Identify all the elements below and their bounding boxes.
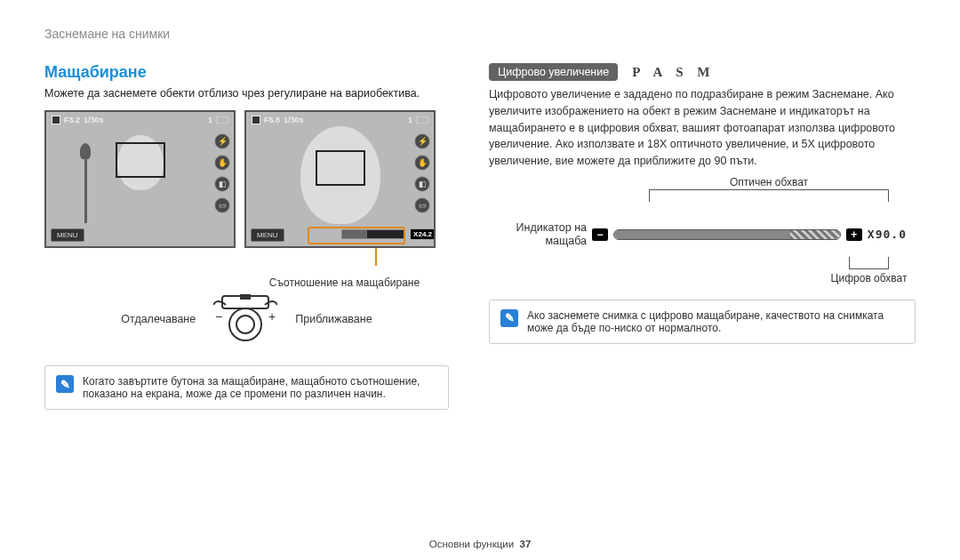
info-icon: ✎	[56, 375, 74, 393]
stab-icon: ✋	[214, 155, 230, 171]
zoom-highlight-box	[308, 227, 405, 244]
shot-count: 1	[208, 116, 212, 124]
note-box: ✎ Когато завъртите бутона за мащабиране,…	[44, 365, 449, 410]
zoom-intro: Можете да заснемете обекти отблизо чрез …	[44, 87, 449, 100]
mode2-icon: ◧	[214, 176, 230, 192]
mode-icon	[252, 116, 260, 124]
drive-icon: ▭	[414, 197, 430, 213]
menu-label: MENU	[51, 228, 84, 242]
flash-icon: ⚡	[214, 133, 230, 149]
svg-point-2	[229, 308, 261, 340]
svg-rect-1	[240, 294, 251, 300]
zoom-out-label: Отдалечаване	[121, 313, 196, 325]
camera-screen-tele: F5.8 1/30s 1 ⚡ ✋ ◧ ▭ MENU X24.2	[244, 110, 436, 248]
footer-page-number: 37	[520, 539, 532, 549]
footer-section: Основни функции	[429, 539, 514, 549]
camera-topbar: F3.2 1/30s 1	[52, 116, 228, 124]
zoom-scale-bar	[613, 229, 841, 240]
drive-icon: ▭	[214, 197, 230, 213]
shutter-value: 1/30s	[84, 116, 104, 124]
digital-zoom-pill: Цифрово увеличение	[489, 63, 618, 81]
aperture-value: F5.8	[264, 116, 280, 124]
zoom-heading: Мащабиране	[44, 63, 449, 82]
svg-point-3	[236, 316, 254, 333]
note-box: ✎ Ако заснемете снимка с цифрово мащабир…	[489, 300, 916, 344]
zoom-x-value: X90.0	[868, 228, 907, 241]
optical-range-label: Оптичен обхват	[730, 176, 808, 188]
stab-icon: ✋	[414, 155, 430, 171]
battery-icon	[216, 116, 228, 124]
aperture-value: F3.2	[64, 116, 80, 124]
plus-icon: +	[846, 228, 862, 241]
scale-indicator-label: Индикатор на мащаба	[498, 221, 587, 248]
menu-label: MENU	[251, 228, 284, 242]
left-column: Мащабиране Можете да заснемете обекти от…	[44, 63, 449, 410]
page-footer: Основни функции 37	[0, 539, 960, 549]
mode2-icon: ◧	[414, 176, 430, 192]
zoom-range-diagram: Оптичен обхват Индикатор на мащаба − + X…	[498, 189, 907, 269]
minus-icon: −	[592, 228, 608, 241]
battery-icon	[416, 116, 428, 124]
right-column: Цифрово увеличение P A S M Цифровото уве…	[489, 63, 916, 410]
zoom-dial-icon: − +	[213, 294, 277, 344]
callout-line	[375, 248, 377, 266]
svg-text:+: +	[268, 309, 276, 324]
flash-icon: ⚡	[414, 133, 430, 149]
camera-topbar: F5.8 1/30s 1	[252, 116, 428, 124]
shutter-value: 1/30s	[284, 116, 304, 124]
digital-zoom-body: Цифровото увеличение е зададено по подра…	[489, 86, 916, 170]
zoom-ratio-readout: X24.2	[410, 228, 436, 240]
pasm-modes: P A S M	[632, 65, 715, 80]
lamp-illustration	[77, 143, 93, 223]
zoom-ratio-label: Съотношение на мащабиране	[240, 276, 449, 289]
camera-screen-wide: F3.2 1/30s 1 ⚡ ✋ ◧ ▭ MENU	[44, 110, 236, 248]
note-text: Когато завъртите бутона за мащабиране, м…	[83, 375, 437, 400]
focus-box	[316, 150, 365, 186]
focus-box	[116, 142, 165, 178]
breadcrumb: Заснемане на снимки	[44, 27, 916, 41]
svg-text:−: −	[215, 309, 222, 324]
zoom-in-label: Приближаване	[295, 313, 372, 325]
note-text: Ако заснемете снимка с цифрово мащабиран…	[527, 309, 904, 334]
info-icon: ✎	[500, 309, 518, 327]
digital-range-label: Цифров обхват	[831, 272, 908, 284]
mode-icon	[52, 116, 60, 124]
shot-count: 1	[408, 116, 412, 124]
